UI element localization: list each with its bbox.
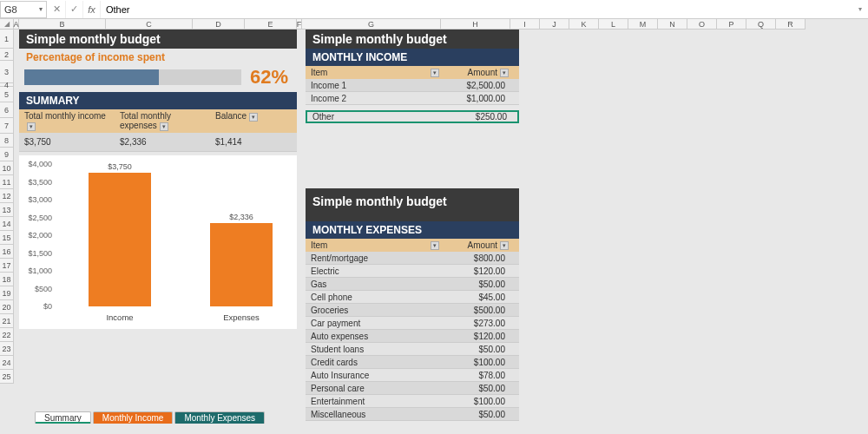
name-box[interactable]: G8 ▾ xyxy=(0,1,47,18)
table-row[interactable]: Rent/mortgage$800.00 xyxy=(306,252,519,265)
row-header[interactable]: 8 xyxy=(0,134,14,148)
sheet-tab[interactable]: Monthly Expenses xyxy=(174,411,265,424)
summary-columns: Total monthly income▾ Total monthly expe… xyxy=(19,109,297,133)
row-header[interactable]: 16 xyxy=(0,245,14,259)
row-header[interactable]: 19 xyxy=(0,286,14,300)
column-header[interactable]: O xyxy=(687,19,717,30)
chart-bar[interactable] xyxy=(89,173,151,306)
grid-area[interactable]: Simple monthly budget Percentage of inco… xyxy=(14,30,868,424)
row-header[interactable]: 10 xyxy=(0,161,14,175)
chart-bar[interactable] xyxy=(210,223,273,306)
select-all-corner[interactable]: ◢ xyxy=(0,19,14,30)
filter-icon[interactable]: ▾ xyxy=(431,69,439,77)
column-header[interactable]: K xyxy=(569,19,599,30)
table-row[interactable]: Entertainment$100.00 xyxy=(306,395,519,408)
chart-y-tick: $1,500 xyxy=(23,249,52,258)
filter-icon[interactable]: ▾ xyxy=(500,241,509,250)
table-row[interactable]: Income 2$1,000.00 xyxy=(306,92,519,105)
column-header[interactable]: H xyxy=(441,19,510,30)
row-header[interactable]: 22 xyxy=(0,328,14,342)
column-header[interactable]: G xyxy=(302,19,441,30)
accept-formula-icon[interactable]: ✓ xyxy=(66,1,83,18)
row-header[interactable]: 7 xyxy=(0,118,14,134)
chart-y-tick: $3,500 xyxy=(23,178,52,187)
sheet-tabs: SummaryMonthly IncomeMonthly Expenses xyxy=(35,408,266,424)
column-header[interactable]: N xyxy=(658,19,687,30)
row-header[interactable]: 18 xyxy=(0,273,14,286)
row-header[interactable]: 6 xyxy=(0,102,14,118)
column-header[interactable]: I xyxy=(510,19,540,30)
row-header[interactable]: 23 xyxy=(0,342,14,356)
chart-y-tick: $1,000 xyxy=(23,266,52,275)
table-row[interactable]: Student loans$50.00 xyxy=(306,343,519,356)
table-row[interactable]: Income 1$2,500.00 xyxy=(306,79,519,92)
row-header[interactable]: 5 xyxy=(0,87,14,102)
sheet-tab[interactable]: Summary xyxy=(35,411,91,424)
row-header[interactable]: 11 xyxy=(0,175,14,189)
income-title: Simple monthly budget xyxy=(306,30,519,49)
row-header[interactable]: 9 xyxy=(0,148,14,161)
formula-bar: G8 ▾ ✕ ✓ fx ▾ xyxy=(0,0,868,19)
column-header[interactable]: B xyxy=(19,19,106,30)
progress-fill xyxy=(24,69,159,85)
row-header[interactable]: 2 xyxy=(0,49,14,61)
column-header[interactable]: Q xyxy=(746,19,776,30)
cancel-formula-icon[interactable]: ✕ xyxy=(49,1,66,18)
table-row[interactable]: Cell phone$45.00 xyxy=(306,291,519,304)
summary-header: SUMMARY xyxy=(19,92,297,109)
filter-icon[interactable]: ▾ xyxy=(431,241,439,250)
sheet-tab[interactable]: Monthly Income xyxy=(93,411,174,424)
cell-reference: G8 xyxy=(4,4,17,15)
row-header[interactable]: 24 xyxy=(0,356,14,370)
column-header[interactable]: L xyxy=(599,19,628,30)
bar-chart[interactable]: $4,000$3,500$3,000$2,500$2,000$1,500$1,0… xyxy=(19,155,297,329)
chart-y-tick: $2,000 xyxy=(23,231,52,240)
column-header[interactable]: C xyxy=(106,19,193,30)
active-cell[interactable]: Other xyxy=(307,111,446,122)
income-subtitle: MONTHLY INCOME xyxy=(306,49,519,66)
expenses-subtitle: MONTHLY EXPENSES xyxy=(306,221,519,239)
table-row[interactable]: Electric$120.00 xyxy=(306,265,519,278)
chart-x-label: Expenses xyxy=(207,312,276,322)
filter-icon[interactable]: ▾ xyxy=(27,122,36,131)
row-header[interactable]: 17 xyxy=(0,259,14,273)
row-header[interactable]: 1 xyxy=(0,30,14,49)
table-row[interactable]: Groceries$500.00 xyxy=(306,304,519,317)
pct-value: 62% xyxy=(250,66,288,89)
column-header[interactable]: R xyxy=(776,19,806,30)
summary-col-income: Total monthly income▾ xyxy=(19,109,115,133)
row-header[interactable]: 13 xyxy=(0,203,14,217)
left-title: Simple monthly budget xyxy=(19,30,297,49)
table-row[interactable]: Personal care$50.00 xyxy=(306,382,519,395)
table-row[interactable]: Credit cards$100.00 xyxy=(306,356,519,369)
column-header[interactable]: E xyxy=(245,19,297,30)
income-headers: Item▾ Amount▾ xyxy=(306,66,519,79)
formula-input[interactable] xyxy=(101,1,852,18)
column-header[interactable]: P xyxy=(717,19,746,30)
table-row[interactable]: Miscellaneous$50.00 xyxy=(306,408,519,421)
fx-icon[interactable]: fx xyxy=(83,1,101,18)
row-header[interactable]: 20 xyxy=(0,300,14,314)
expand-formula-bar-icon[interactable]: ▾ xyxy=(852,5,868,13)
filter-icon[interactable]: ▾ xyxy=(160,122,168,131)
row-header[interactable]: 21 xyxy=(0,314,14,328)
active-cell-row[interactable]: Other $250.00 xyxy=(306,110,519,123)
row-headers: 1234567891011121314151617181920212223242… xyxy=(0,30,14,384)
filter-icon[interactable]: ▾ xyxy=(500,69,509,77)
table-row[interactable]: Gas$50.00 xyxy=(306,278,519,291)
name-box-dropdown-icon[interactable]: ▾ xyxy=(39,5,43,13)
chart-y-tick: $0 xyxy=(23,302,52,311)
column-header[interactable]: D xyxy=(193,19,245,30)
column-header[interactable]: J xyxy=(540,19,569,30)
table-row[interactable]: Auto expenses$120.00 xyxy=(306,330,519,343)
row-header[interactable]: 12 xyxy=(0,189,14,203)
table-row[interactable]: Auto Insurance$78.00 xyxy=(306,369,519,382)
summary-values: $3,750 $2,336 $1,414 xyxy=(19,133,297,152)
row-header[interactable]: 14 xyxy=(0,217,14,231)
column-header[interactable]: M xyxy=(628,19,658,30)
filter-icon[interactable]: ▾ xyxy=(249,113,258,122)
chart-y-tick: $3,000 xyxy=(23,195,52,204)
row-header[interactable]: 15 xyxy=(0,231,14,245)
table-row[interactable]: Car payment$273.00 xyxy=(306,317,519,330)
row-header[interactable]: 25 xyxy=(0,370,14,384)
